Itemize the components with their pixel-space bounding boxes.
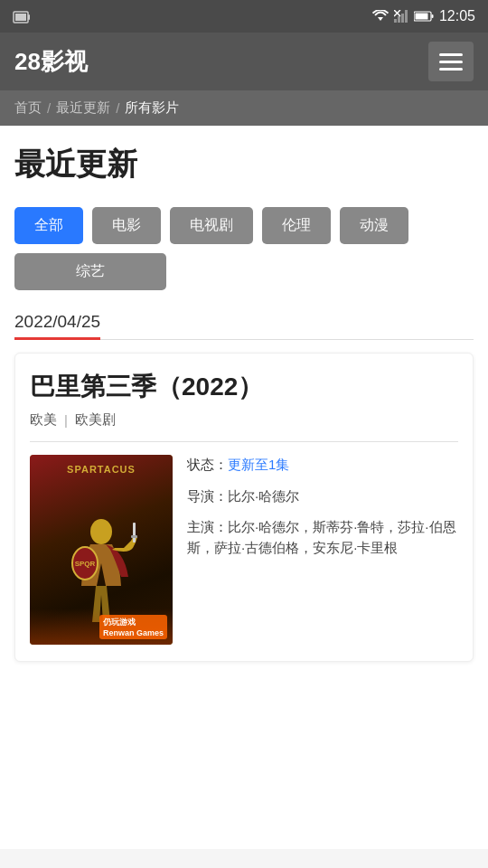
breadcrumb-sep-1: / bbox=[47, 100, 51, 116]
signal-icon bbox=[394, 10, 408, 23]
status-label: 状态： bbox=[187, 457, 228, 472]
director-label: 导演： bbox=[187, 488, 228, 504]
status-time: 12:05 bbox=[439, 8, 475, 24]
movie-poster[interactable]: SPARTACUS bbox=[30, 455, 173, 645]
svg-rect-12 bbox=[415, 14, 427, 20]
status-row: 状态：更新至1集 bbox=[187, 455, 458, 476]
movie-tags: 欧美 | 欧美剧 bbox=[30, 411, 458, 429]
svg-rect-6 bbox=[401, 14, 404, 23]
svg-marker-3 bbox=[378, 17, 383, 21]
filter-variety[interactable]: 综艺 bbox=[14, 253, 166, 290]
movie-body: SPARTACUS bbox=[30, 455, 458, 645]
svg-rect-15 bbox=[131, 535, 137, 538]
breadcrumb-home[interactable]: 首页 bbox=[14, 99, 42, 117]
director-row: 导演：比尔·哈德尔 bbox=[187, 486, 458, 507]
movie-title: 巴里第三季（2022） bbox=[30, 370, 458, 404]
status-icon-image bbox=[13, 8, 31, 24]
page-title: 最近更新 bbox=[14, 144, 474, 185]
svg-rect-14 bbox=[133, 523, 136, 542]
cast-row: 主演：比尔·哈德尔，斯蒂芬·鲁特，莎拉·伯恩斯，萨拉·古德伯格，安东尼·卡里根 bbox=[187, 517, 458, 558]
date-section: 2022/04/25 bbox=[14, 312, 474, 340]
filter-movie[interactable]: 电影 bbox=[92, 207, 161, 244]
director-value: 比尔·哈德尔 bbox=[228, 488, 299, 504]
battery-icon bbox=[414, 11, 434, 22]
menu-icon bbox=[439, 53, 463, 71]
movie-divider bbox=[30, 441, 458, 442]
cast-value: 比尔·哈德尔，斯蒂芬·鲁特，莎拉·伯恩斯，萨拉·古德伯格，安东尼·卡里根 bbox=[187, 519, 456, 555]
filter-anime[interactable]: 动漫 bbox=[340, 207, 408, 244]
svg-rect-7 bbox=[405, 10, 408, 23]
svg-rect-5 bbox=[398, 16, 400, 23]
breadcrumb: 首页 / 最近更新 / 所有影片 bbox=[0, 90, 488, 126]
filter-row-1: 全部 电影 电视剧 伦理 动漫 bbox=[14, 207, 474, 244]
movie-card[interactable]: 巴里第三季（2022） 欧美 | 欧美剧 SPARTACUS bbox=[14, 353, 474, 662]
status-value[interactable]: 更新至1集 bbox=[228, 457, 289, 472]
app-title: 28影视 bbox=[14, 46, 88, 78]
svg-text:SPQR: SPQR bbox=[75, 560, 96, 568]
filter-tv[interactable]: 电视剧 bbox=[170, 207, 253, 244]
breadcrumb-current: 所有影片 bbox=[125, 99, 179, 117]
poster-background: SPARTACUS bbox=[30, 455, 173, 645]
svg-rect-1 bbox=[15, 14, 26, 21]
filter-ethics[interactable]: 伦理 bbox=[262, 207, 331, 244]
wifi-icon bbox=[372, 10, 389, 23]
movie-info: 状态：更新至1集 导演：比尔·哈德尔 主演：比尔·哈德尔，斯蒂芬·鲁特，莎拉·伯… bbox=[187, 455, 458, 645]
movie-genre: 欧美剧 bbox=[75, 411, 116, 429]
filter-all[interactable]: 全部 bbox=[14, 207, 83, 244]
svg-rect-11 bbox=[431, 14, 433, 18]
status-icons: 12:05 bbox=[372, 8, 475, 24]
cast-label: 主演： bbox=[187, 519, 228, 534]
tag-sep: | bbox=[64, 412, 68, 428]
date-label: 2022/04/25 bbox=[14, 312, 100, 340]
menu-button[interactable] bbox=[428, 42, 474, 81]
breadcrumb-sep-2: / bbox=[116, 100, 119, 116]
svg-rect-2 bbox=[28, 14, 30, 20]
main-content: 最近更新 全部 电影 电视剧 伦理 动漫 综艺 2022/04/25 巴里第三季… bbox=[0, 126, 488, 849]
breadcrumb-recent[interactable]: 最近更新 bbox=[56, 99, 110, 117]
poster-watermark: 仍玩游戏Renwan Games bbox=[99, 615, 167, 639]
svg-rect-4 bbox=[394, 19, 397, 23]
movie-region: 欧美 bbox=[30, 411, 57, 429]
app-header: 28影视 bbox=[0, 33, 488, 90]
filter-row-2: 综艺 bbox=[14, 253, 474, 290]
svg-point-13 bbox=[90, 519, 112, 544]
poster-title-text: SPARTACUS bbox=[30, 464, 173, 475]
status-bar: 12:05 bbox=[0, 0, 488, 33]
